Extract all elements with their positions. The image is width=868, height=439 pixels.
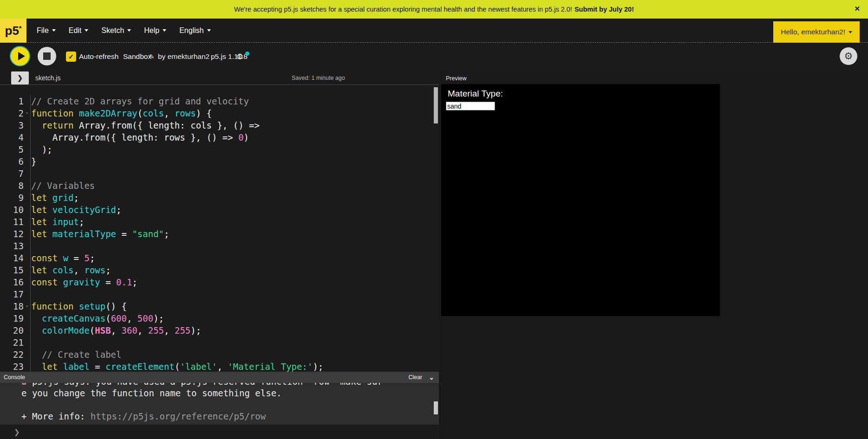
code-line: function setup() { bbox=[31, 300, 439, 312]
code-line: let input; bbox=[31, 216, 439, 228]
code-line bbox=[31, 168, 439, 180]
fold-spacer bbox=[24, 252, 30, 264]
logo-asterisk: * bbox=[19, 25, 21, 32]
prompt-chevron-icon: ❯ bbox=[14, 428, 20, 436]
play-button[interactable] bbox=[10, 46, 30, 66]
tab-sketch-js[interactable]: sketch.js bbox=[35, 71, 60, 85]
console-header: Console Clear ⌄ bbox=[0, 372, 439, 383]
line-number: 21 bbox=[0, 336, 30, 349]
stop-button[interactable] bbox=[38, 47, 56, 65]
line-number: 18▾ bbox=[0, 300, 30, 312]
sidebar-expand-button[interactable]: ❯ bbox=[11, 71, 29, 84]
line-number: 20 bbox=[0, 324, 30, 336]
project-byline: by emekturhan2 bbox=[158, 43, 209, 71]
auto-refresh-label[interactable]: Auto-refresh bbox=[79, 43, 118, 71]
fold-spacer bbox=[24, 131, 30, 143]
code-line: let velocityGrid; bbox=[31, 204, 439, 216]
console-prompt[interactable]: ❯ bbox=[0, 425, 439, 439]
fold-spacer bbox=[24, 143, 30, 155]
settings-button[interactable]: ⚙ bbox=[840, 47, 857, 65]
line-number: 16 bbox=[0, 276, 30, 288]
line-number: 4 bbox=[0, 131, 30, 143]
chevron-down-icon bbox=[127, 29, 131, 32]
fold-spacer bbox=[24, 204, 30, 216]
console-link[interactable]: https://p5js.org/reference/p5/row bbox=[91, 411, 266, 421]
line-number: 6 bbox=[0, 155, 30, 168]
fold-spacer bbox=[24, 180, 30, 192]
project-name[interactable]: Sandbox bbox=[123, 43, 151, 71]
menu-help[interactable]: Help bbox=[139, 26, 171, 35]
code-line bbox=[31, 336, 439, 349]
p5-web-editor: We're accepting p5.js sketches for a spe… bbox=[0, 0, 868, 439]
menu-language[interactable]: English bbox=[175, 26, 215, 35]
fold-spacer bbox=[24, 349, 30, 361]
menu-sketch[interactable]: Sketch bbox=[97, 26, 136, 35]
code-line bbox=[31, 288, 439, 300]
fold-spacer bbox=[24, 228, 30, 240]
edit-project-name-icon[interactable]: ✎ bbox=[149, 43, 155, 71]
line-number: 12 bbox=[0, 228, 30, 240]
chevron-down-icon bbox=[207, 29, 211, 32]
preview-title: Preview bbox=[446, 75, 466, 82]
fold-spacer bbox=[24, 264, 30, 276]
fold-spacer bbox=[24, 276, 30, 288]
menu-file[interactable]: File bbox=[32, 26, 60, 35]
line-number: 23 bbox=[0, 361, 30, 372]
code-line bbox=[31, 240, 439, 252]
line-number: 11 bbox=[0, 216, 30, 228]
code-line: let materialType = "sand"; bbox=[31, 228, 439, 240]
line-number: 10 bbox=[0, 204, 30, 216]
fold-spacer bbox=[24, 95, 30, 107]
line-number: 22 bbox=[0, 349, 30, 361]
fold-spacer bbox=[24, 288, 30, 300]
fold-spacer bbox=[24, 336, 30, 349]
auto-refresh-checkbox[interactable]: ✓ bbox=[66, 52, 76, 62]
code-line: // Create label bbox=[31, 349, 439, 361]
line-number: 5 bbox=[0, 143, 30, 155]
version-settings-gear-icon[interactable]: ⚙ bbox=[236, 43, 243, 71]
line-number: 15 bbox=[0, 264, 30, 276]
code-line: let label = createElement('label', 'Mate… bbox=[31, 361, 439, 372]
line-number: 7 bbox=[0, 168, 30, 180]
line-number: 3 bbox=[0, 119, 30, 131]
line-number: 8 bbox=[0, 180, 30, 192]
fold-spacer bbox=[24, 361, 30, 372]
console-message: ✿ p5.js says: you have used a p5.js rese… bbox=[0, 383, 439, 387]
console-scrollbar[interactable] bbox=[434, 401, 438, 414]
line-number: 13 bbox=[0, 240, 30, 252]
fold-arrow-icon[interactable]: ▾ bbox=[24, 107, 30, 119]
fold-spacer bbox=[24, 312, 30, 324]
editor-scrollbar[interactable] bbox=[434, 87, 438, 123]
menu-edit[interactable]: Edit bbox=[64, 26, 93, 35]
code-line: const w = 5; bbox=[31, 252, 439, 264]
close-icon[interactable]: ✕ bbox=[854, 5, 860, 12]
menu-items: File Edit Sketch Help English bbox=[26, 19, 219, 42]
console-clear-button[interactable]: Clear bbox=[408, 374, 422, 381]
banner-cta[interactable]: Submit by July 20! bbox=[574, 6, 634, 13]
material-type-label: Material Type: bbox=[448, 89, 503, 99]
gear-icon: ⚙ bbox=[844, 51, 853, 62]
chevron-down-icon bbox=[848, 31, 852, 33]
code-line: colorMode(HSB, 360, 255, 255); bbox=[31, 324, 439, 336]
user-account-button[interactable]: Hello, emekturhan2! bbox=[773, 21, 860, 43]
line-number: 19 bbox=[0, 312, 30, 324]
banner-message: We're accepting p5.js sketches for a spe… bbox=[234, 6, 572, 13]
code-line: // Variables bbox=[31, 180, 439, 192]
console-collapse-icon[interactable]: ⌄ bbox=[429, 375, 434, 380]
console-message: e you change the function name to someth… bbox=[0, 387, 439, 399]
p5-logo[interactable]: p5* bbox=[0, 19, 26, 43]
material-type-input[interactable] bbox=[446, 102, 495, 110]
chevron-down-icon bbox=[85, 29, 88, 32]
editor-pane: ❯ sketch.js Saved: 1 minute ago 12▾34567… bbox=[0, 71, 439, 439]
stop-icon bbox=[43, 52, 51, 60]
code-line: return Array.from({ length: cols }, () =… bbox=[31, 119, 439, 131]
console-message: + More info: https://p5js.org/reference/… bbox=[0, 411, 439, 422]
console-output: ✿ p5.js says: you have used a p5.js rese… bbox=[0, 383, 439, 425]
fold-arrow-icon[interactable]: ▾ bbox=[24, 300, 30, 312]
code-line: let grid; bbox=[31, 192, 439, 204]
fold-spacer bbox=[24, 240, 30, 252]
toolbar: ✓ Auto-refresh Sandbox ✎ by emekturhan2 … bbox=[0, 43, 868, 71]
code-editor[interactable]: 12▾3456789101112131415161718▾1920212223 … bbox=[0, 85, 439, 372]
line-number: 9 bbox=[0, 192, 30, 204]
code-line: Array.from({ length: rows }, () => 0) bbox=[31, 131, 439, 143]
